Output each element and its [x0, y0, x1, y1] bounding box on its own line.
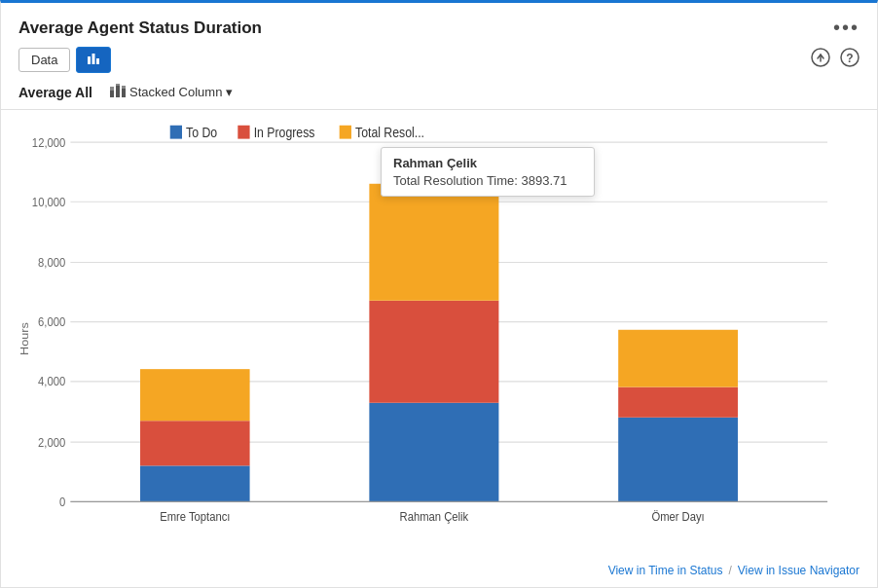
svg-text:4,000: 4,000 [38, 375, 65, 389]
dropdown-chevron-icon: ▾ [226, 85, 233, 99]
svg-rect-12 [122, 86, 126, 89]
bar-1-todo[interactable] [140, 465, 250, 501]
svg-rect-7 [110, 91, 114, 97]
chart-type-button[interactable]: Stacked Column ▾ [104, 81, 238, 103]
bar-2-inprogress[interactable] [369, 301, 498, 403]
view-time-in-status-link[interactable]: View in Time in Status [608, 564, 723, 577]
bar-2-resolution[interactable] [369, 184, 498, 301]
legend-todo-swatch [170, 126, 182, 139]
data-button[interactable]: Data [18, 48, 70, 72]
card-header: Average Agent Status Duration ••• [1, 3, 877, 47]
svg-rect-0 [88, 56, 91, 64]
bar-3-label: Ömer Dayı [651, 509, 704, 524]
svg-text:2,000: 2,000 [38, 435, 65, 450]
view-issue-navigator-link[interactable]: View in Issue Navigator [738, 564, 860, 577]
bar-2-label: Rahman Çelik [400, 509, 470, 524]
y-axis-label: Hours [18, 322, 31, 355]
svg-rect-2 [96, 58, 99, 64]
toolbar: Data ? [1, 47, 877, 81]
stacked-column-icon [110, 84, 126, 100]
svg-text:8,000: 8,000 [38, 256, 65, 271]
help-icon[interactable]: ? [840, 48, 860, 72]
legend-inprogress-swatch [238, 126, 249, 139]
sub-toolbar: Average All Stacked Column ▾ [1, 81, 877, 110]
svg-text:?: ? [846, 52, 853, 65]
bar-3-resolution[interactable] [618, 330, 738, 387]
svg-text:6,000: 6,000 [38, 315, 65, 330]
bar-1-inprogress[interactable] [140, 421, 250, 465]
main-card: Average Agent Status Duration ••• Data [0, 0, 878, 588]
footer: View in Time in Status / View in Issue N… [1, 558, 877, 587]
svg-text:0: 0 [59, 495, 66, 509]
chart-type-label: Stacked Column [129, 85, 222, 99]
svg-text:12,000: 12,000 [32, 135, 66, 150]
svg-rect-10 [116, 84, 120, 86]
svg-rect-8 [110, 87, 114, 91]
legend-inprogress-label: In Progress [254, 126, 315, 141]
svg-rect-11 [122, 89, 126, 97]
bar-2-todo[interactable] [369, 403, 498, 502]
average-all-label: Average All [18, 85, 92, 100]
chart-button[interactable] [76, 47, 111, 73]
chart-area: Hours 0 2,000 4,000 6,000 8,000 10,000 1… [1, 110, 877, 558]
bar-1-label: Emre Toptancı [160, 509, 230, 524]
bar-1-resolution[interactable] [140, 369, 250, 421]
chart-inner: Hours 0 2,000 4,000 6,000 8,000 10,000 1… [11, 120, 867, 558]
svg-text:10,000: 10,000 [32, 195, 66, 209]
svg-rect-1 [92, 54, 95, 64]
svg-rect-9 [116, 86, 120, 97]
upload-icon[interactable] [811, 48, 830, 72]
more-options-icon[interactable]: ••• [833, 17, 860, 39]
chart-svg: Hours 0 2,000 4,000 6,000 8,000 10,000 1… [11, 120, 867, 558]
chart-bar-icon [87, 52, 100, 68]
legend-resolution-label: Total Resol... [355, 126, 424, 141]
legend-todo-label: To Do [186, 126, 217, 141]
card-title: Average Agent Status Duration [18, 18, 262, 38]
toolbar-right: ? [811, 48, 860, 72]
legend-resolution-swatch [340, 126, 351, 139]
footer-separator: / [728, 564, 731, 577]
bar-3-todo[interactable] [618, 418, 738, 502]
bar-3-inprogress[interactable] [618, 387, 738, 418]
